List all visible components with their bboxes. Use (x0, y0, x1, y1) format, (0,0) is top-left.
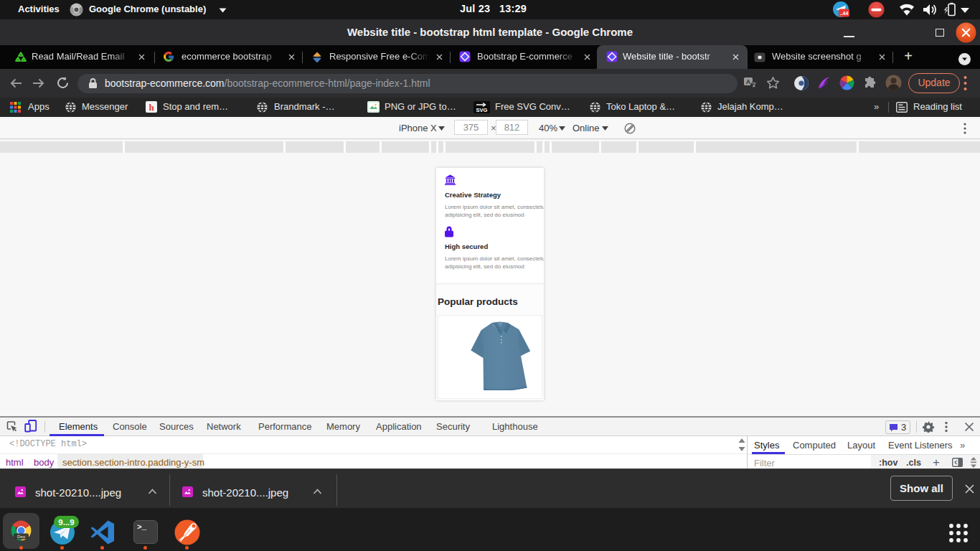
svg-text:SVG: SVG (476, 107, 488, 113)
svg-text:9...9: 9...9 (58, 518, 74, 527)
svg-text:..44: ..44 (840, 11, 849, 16)
svg-text:h: h (149, 102, 154, 113)
svg-text:Dev: Dev (17, 534, 26, 539)
svg-text:A: A (746, 78, 751, 85)
